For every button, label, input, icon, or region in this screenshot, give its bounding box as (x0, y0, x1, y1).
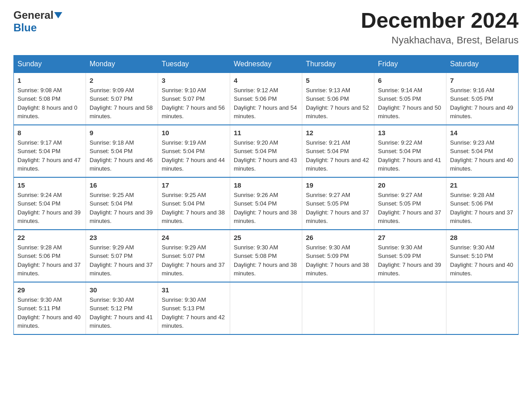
day-number: 9 (90, 129, 154, 137)
logo: General Blue (13, 9, 62, 34)
calendar-day-cell: 20 Sunrise: 9:27 AM Sunset: 5:05 PM Dayl… (374, 177, 446, 230)
day-number: 18 (234, 181, 298, 189)
day-number: 31 (162, 286, 226, 294)
day-number: 29 (17, 286, 82, 294)
day-number: 16 (90, 181, 154, 189)
day-info: Sunrise: 9:14 AM Sunset: 5:05 PM Dayligh… (378, 86, 442, 121)
day-number: 27 (378, 234, 442, 241)
day-number: 14 (450, 129, 515, 137)
calendar-day-cell: 27 Sunrise: 9:30 AM Sunset: 5:09 PM Dayl… (374, 230, 446, 282)
day-info: Sunrise: 9:19 AM Sunset: 5:04 PM Dayligh… (162, 138, 226, 173)
day-number: 5 (306, 77, 370, 84)
header-saturday: Saturday (446, 55, 519, 73)
calendar-day-cell: 30 Sunrise: 9:30 AM Sunset: 5:12 PM Dayl… (86, 282, 158, 334)
day-info: Sunrise: 9:18 AM Sunset: 5:04 PM Dayligh… (90, 138, 154, 173)
logo-general-text: General (13, 9, 53, 21)
header-tuesday: Tuesday (158, 55, 230, 73)
calendar-day-cell: 4 Sunrise: 9:12 AM Sunset: 5:06 PM Dayli… (230, 73, 302, 125)
day-number: 24 (162, 234, 226, 241)
calendar-day-cell (446, 282, 519, 334)
calendar-day-cell: 18 Sunrise: 9:26 AM Sunset: 5:04 PM Dayl… (230, 177, 302, 230)
day-info: Sunrise: 9:30 AM Sunset: 5:09 PM Dayligh… (306, 243, 370, 278)
calendar-day-cell: 16 Sunrise: 9:25 AM Sunset: 5:04 PM Dayl… (86, 177, 158, 230)
day-info: Sunrise: 9:29 AM Sunset: 5:07 PM Dayligh… (90, 243, 154, 278)
logo-blue-text: Blue (13, 21, 37, 34)
day-info: Sunrise: 9:26 AM Sunset: 5:04 PM Dayligh… (234, 191, 298, 226)
calendar-day-cell: 2 Sunrise: 9:09 AM Sunset: 5:07 PM Dayli… (86, 73, 158, 125)
day-info: Sunrise: 9:08 AM Sunset: 5:08 PM Dayligh… (17, 86, 82, 121)
day-info: Sunrise: 9:20 AM Sunset: 5:04 PM Dayligh… (234, 138, 298, 173)
day-number: 25 (234, 234, 298, 241)
page-header: General Blue December 2024 Nyakhachava, … (13, 9, 519, 46)
calendar-day-cell: 19 Sunrise: 9:27 AM Sunset: 5:05 PM Dayl… (302, 177, 374, 230)
calendar-day-cell: 3 Sunrise: 9:10 AM Sunset: 5:07 PM Dayli… (158, 73, 230, 125)
calendar-week-row: 15 Sunrise: 9:24 AM Sunset: 5:04 PM Dayl… (14, 177, 519, 230)
calendar-day-cell: 12 Sunrise: 9:21 AM Sunset: 5:04 PM Dayl… (302, 125, 374, 177)
day-info: Sunrise: 9:25 AM Sunset: 5:04 PM Dayligh… (162, 191, 226, 226)
calendar-header-row: Sunday Monday Tuesday Wednesday Thursday… (14, 55, 519, 73)
day-number: 20 (378, 181, 442, 189)
calendar-day-cell: 10 Sunrise: 9:19 AM Sunset: 5:04 PM Dayl… (158, 125, 230, 177)
day-info: Sunrise: 9:27 AM Sunset: 5:05 PM Dayligh… (378, 191, 442, 226)
month-year-title: December 2024 (361, 9, 519, 33)
day-info: Sunrise: 9:28 AM Sunset: 5:06 PM Dayligh… (17, 243, 82, 278)
day-number: 26 (306, 234, 370, 241)
logo-triangle-icon (54, 12, 62, 18)
calendar-day-cell: 31 Sunrise: 9:30 AM Sunset: 5:13 PM Dayl… (158, 282, 230, 334)
day-info: Sunrise: 9:16 AM Sunset: 5:05 PM Dayligh… (450, 86, 515, 121)
day-number: 28 (450, 234, 515, 241)
header-monday: Monday (86, 55, 158, 73)
calendar-week-row: 22 Sunrise: 9:28 AM Sunset: 5:06 PM Dayl… (14, 230, 519, 282)
calendar-week-row: 1 Sunrise: 9:08 AM Sunset: 5:08 PM Dayli… (14, 73, 519, 125)
calendar-day-cell: 5 Sunrise: 9:13 AM Sunset: 5:06 PM Dayli… (302, 73, 374, 125)
day-number: 12 (306, 129, 370, 137)
day-number: 23 (90, 234, 154, 241)
day-info: Sunrise: 9:22 AM Sunset: 5:04 PM Dayligh… (378, 138, 442, 173)
day-info: Sunrise: 9:28 AM Sunset: 5:06 PM Dayligh… (450, 191, 515, 226)
location-subtitle: Nyakhachava, Brest, Belarus (361, 34, 519, 46)
day-info: Sunrise: 9:10 AM Sunset: 5:07 PM Dayligh… (162, 86, 226, 121)
calendar-day-cell: 29 Sunrise: 9:30 AM Sunset: 5:11 PM Dayl… (14, 282, 86, 334)
calendar-table: Sunday Monday Tuesday Wednesday Thursday… (13, 55, 519, 335)
calendar-day-cell: 13 Sunrise: 9:22 AM Sunset: 5:04 PM Dayl… (374, 125, 446, 177)
day-number: 11 (234, 129, 298, 137)
day-info: Sunrise: 9:09 AM Sunset: 5:07 PM Dayligh… (90, 86, 154, 121)
day-info: Sunrise: 9:25 AM Sunset: 5:04 PM Dayligh… (90, 191, 154, 226)
calendar-day-cell: 6 Sunrise: 9:14 AM Sunset: 5:05 PM Dayli… (374, 73, 446, 125)
calendar-day-cell (374, 282, 446, 334)
calendar-day-cell: 26 Sunrise: 9:30 AM Sunset: 5:09 PM Dayl… (302, 230, 374, 282)
day-info: Sunrise: 9:29 AM Sunset: 5:07 PM Dayligh… (162, 243, 226, 278)
day-info: Sunrise: 9:24 AM Sunset: 5:04 PM Dayligh… (17, 191, 82, 226)
calendar-day-cell: 1 Sunrise: 9:08 AM Sunset: 5:08 PM Dayli… (14, 73, 86, 125)
calendar-day-cell: 21 Sunrise: 9:28 AM Sunset: 5:06 PM Dayl… (446, 177, 519, 230)
calendar-day-cell: 8 Sunrise: 9:17 AM Sunset: 5:04 PM Dayli… (14, 125, 86, 177)
day-info: Sunrise: 9:30 AM Sunset: 5:08 PM Dayligh… (234, 243, 298, 278)
day-info: Sunrise: 9:21 AM Sunset: 5:04 PM Dayligh… (306, 138, 370, 173)
calendar-day-cell: 9 Sunrise: 9:18 AM Sunset: 5:04 PM Dayli… (86, 125, 158, 177)
day-number: 7 (450, 77, 515, 84)
calendar-week-row: 29 Sunrise: 9:30 AM Sunset: 5:11 PM Dayl… (14, 282, 519, 334)
day-info: Sunrise: 9:30 AM Sunset: 5:13 PM Dayligh… (162, 295, 226, 330)
day-info: Sunrise: 9:30 AM Sunset: 5:09 PM Dayligh… (378, 243, 442, 278)
day-number: 2 (90, 77, 154, 84)
calendar-day-cell: 14 Sunrise: 9:23 AM Sunset: 5:04 PM Dayl… (446, 125, 519, 177)
calendar-day-cell: 15 Sunrise: 9:24 AM Sunset: 5:04 PM Dayl… (14, 177, 86, 230)
calendar-day-cell (230, 282, 302, 334)
day-info: Sunrise: 9:27 AM Sunset: 5:05 PM Dayligh… (306, 191, 370, 226)
day-number: 15 (17, 181, 82, 189)
calendar-day-cell: 24 Sunrise: 9:29 AM Sunset: 5:07 PM Dayl… (158, 230, 230, 282)
day-number: 10 (162, 129, 226, 137)
calendar-day-cell: 23 Sunrise: 9:29 AM Sunset: 5:07 PM Dayl… (86, 230, 158, 282)
calendar-day-cell: 17 Sunrise: 9:25 AM Sunset: 5:04 PM Dayl… (158, 177, 230, 230)
day-number: 13 (378, 129, 442, 137)
day-number: 30 (90, 286, 154, 294)
day-number: 6 (378, 77, 442, 84)
day-number: 21 (450, 181, 515, 189)
calendar-day-cell (302, 282, 374, 334)
calendar-day-cell: 25 Sunrise: 9:30 AM Sunset: 5:08 PM Dayl… (230, 230, 302, 282)
day-number: 17 (162, 181, 226, 189)
day-number: 8 (17, 129, 82, 137)
header-wednesday: Wednesday (230, 55, 302, 73)
day-number: 4 (234, 77, 298, 84)
header-thursday: Thursday (302, 55, 374, 73)
